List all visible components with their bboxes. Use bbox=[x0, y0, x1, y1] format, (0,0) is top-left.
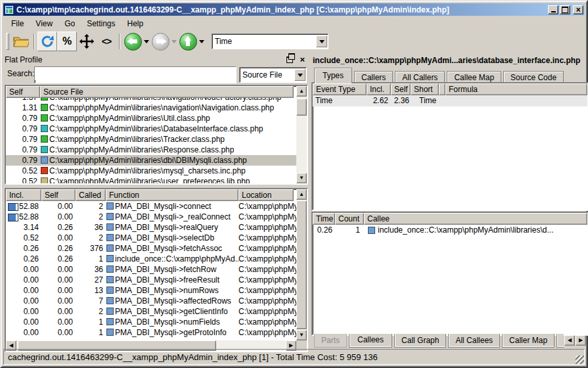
tabs-scroll-right-button[interactable]: ▶ bbox=[576, 335, 586, 346]
scroll-down-button[interactable]: ▼ bbox=[296, 173, 307, 183]
callee-row[interactable]: 0.261include_once::C:\xampp\phpMyAdmin\l… bbox=[313, 225, 587, 236]
combo-drop-button[interactable] bbox=[294, 69, 305, 81]
function-row[interactable]: 52.880.002PMA_DBI_Mysqli->_realConnectC:… bbox=[6, 212, 296, 222]
location-value: C:\xampp\phpMy bbox=[238, 317, 296, 327]
back-dropdown-button[interactable] bbox=[143, 32, 150, 51]
column-header-source-file[interactable]: Source File bbox=[40, 86, 294, 98]
menu-settings[interactable]: Settings bbox=[81, 18, 121, 30]
function-row[interactable]: 0.260.261include_once::C:\xampp\phpMyAd.… bbox=[6, 254, 296, 264]
function-row[interactable]: 0.000.002PMA_DBI_Mysqli->getClientInfoC:… bbox=[6, 306, 296, 317]
tab-types[interactable]: Types bbox=[314, 68, 352, 83]
function-row[interactable]: 0.520.002PMA_DBI_Mysqli->selectDbC:\xamp… bbox=[6, 233, 296, 243]
forward-dropdown-button[interactable] bbox=[170, 32, 178, 51]
tab-call-graph[interactable]: Call Graph bbox=[394, 334, 446, 348]
column-header-self[interactable]: Self bbox=[6, 86, 40, 98]
minimize-icon bbox=[551, 11, 556, 12]
status-bar: cachegrind.out.1416463299-C__xampp_phpMy… bbox=[3, 349, 585, 365]
tab-callees[interactable]: Callees bbox=[349, 334, 392, 348]
event-type-combobox[interactable]: Time bbox=[212, 34, 328, 49]
tab-machine[interactable]: Machine bbox=[556, 334, 564, 348]
scrollbar-thumb[interactable] bbox=[296, 200, 307, 329]
maximize-icon bbox=[562, 7, 568, 13]
column-header-event-type[interactable]: Event Type bbox=[313, 83, 367, 95]
scroll-up-button[interactable]: ▲ bbox=[296, 189, 307, 200]
source-file-row[interactable]: 1.31C:\xampp\phpMyAdmin\libraries\naviga… bbox=[6, 103, 296, 113]
source-file-row[interactable]: 0.79C:\xampp\phpMyAdmin\libraries\Databa… bbox=[6, 124, 296, 134]
source-file-path: C:\xampp\phpMyAdmin\libraries\navigation… bbox=[49, 103, 274, 113]
function-row[interactable]: 0.000.0027PMA_DBI_Mysqli->freeResultC:\x… bbox=[6, 275, 296, 285]
column-header-formula[interactable]: Formula bbox=[445, 83, 587, 95]
function-row[interactable]: 0.000.001PMA_DBI_Mysqli->numFieldsC:\xam… bbox=[6, 317, 296, 327]
forward-button[interactable] bbox=[150, 32, 170, 51]
pan-button[interactable] bbox=[77, 32, 97, 51]
menu-file[interactable]: File bbox=[5, 18, 30, 30]
event-types-table: Event Type Incl. Self Short Formula Time… bbox=[311, 82, 588, 211]
vertical-scrollbar[interactable]: ▲ ▼ bbox=[296, 189, 307, 340]
source-file-row[interactable]: 0.52C:\xampp\phpMyAdmin\libraries\mysql_… bbox=[6, 166, 296, 176]
column-header-incl[interactable]: Incl. bbox=[367, 83, 391, 95]
search-label: Search: bbox=[7, 69, 34, 78]
scrollbar-thumb[interactable] bbox=[296, 99, 307, 116]
toolbar-handle[interactable] bbox=[6, 33, 9, 50]
tab-all-callees[interactable]: All Callees bbox=[448, 334, 500, 348]
group-by-combobox[interactable]: Source File bbox=[239, 67, 307, 83]
back-button[interactable] bbox=[123, 32, 143, 51]
function-row[interactable]: 3.140.2636PMA_DBI_Mysqli->realQueryC:\xa… bbox=[6, 222, 296, 233]
up-dropdown-button[interactable] bbox=[198, 32, 206, 51]
column-header-short[interactable]: Short bbox=[411, 83, 439, 95]
function-row[interactable]: 0.000.0036PMA_DBI_Mysqli->fetchRowC:\xam… bbox=[6, 264, 296, 275]
source-file-row[interactable]: 1.37C:\xampp\phpMyAdmin\libraries\naviga… bbox=[6, 98, 296, 103]
dock-close-button[interactable]: × bbox=[298, 57, 306, 63]
location-value: C:\xampp\phpMy bbox=[238, 233, 296, 243]
column-header-blank[interactable] bbox=[439, 83, 445, 95]
event-type-row[interactable]: Time2.622.36Time bbox=[313, 95, 587, 106]
source-file-row[interactable]: 0.79C:\xampp\phpMyAdmin\libraries\Util.c… bbox=[6, 113, 296, 124]
vertical-scrollbar[interactable]: ▲ ▼ bbox=[296, 86, 307, 183]
function-row[interactable]: 0.000.001PMA_DBI_Mysqli->getProtoInfoC:\… bbox=[6, 327, 296, 338]
relative-cost-button[interactable]: <> bbox=[97, 32, 116, 51]
source-file-row[interactable]: 0.52C:\xampp\phpMyAdmin\libraries\user_p… bbox=[6, 176, 296, 183]
tabs-scroll-left-button[interactable]: ◀ bbox=[564, 335, 575, 346]
open-button[interactable] bbox=[11, 32, 31, 51]
window-title: C:\xampp\tmp\cachegrind.out.1416463299-C… bbox=[14, 5, 547, 14]
column-header-count[interactable]: Count bbox=[335, 213, 364, 225]
column-header-called[interactable]: Called bbox=[76, 189, 106, 201]
resize-grip[interactable] bbox=[576, 356, 584, 364]
column-header-incl[interactable]: Incl. bbox=[6, 189, 41, 201]
scroll-down-button[interactable]: ▼ bbox=[296, 330, 307, 340]
flat-profile-dock-header[interactable]: Flat Profile × bbox=[5, 54, 306, 65]
tab-caller-map[interactable]: Caller Map bbox=[502, 334, 554, 348]
source-file-row[interactable]: 0.79C:\xampp\phpMyAdmin\libraries\Tracke… bbox=[6, 134, 296, 145]
tab-parts[interactable]: Parts bbox=[314, 334, 347, 348]
column-header-callee[interactable]: Callee bbox=[364, 213, 587, 225]
reload-button[interactable] bbox=[37, 32, 57, 51]
up-button[interactable] bbox=[178, 32, 198, 51]
menu-go[interactable]: Go bbox=[58, 18, 81, 30]
scroll-up-button[interactable]: ▲ bbox=[296, 86, 307, 97]
source-file-row[interactable]: 0.79C:\xampp\phpMyAdmin\libraries\dbi\DB… bbox=[6, 155, 296, 166]
search-input[interactable] bbox=[35, 67, 236, 80]
percent-button[interactable]: % bbox=[57, 32, 77, 51]
incl-number: 0.00 bbox=[24, 317, 39, 327]
minimize-button[interactable] bbox=[548, 5, 558, 14]
column-header-self[interactable]: Self bbox=[41, 189, 76, 201]
dock-float-icon[interactable] bbox=[286, 57, 293, 63]
toolbar-separator bbox=[34, 34, 35, 49]
menu-view[interactable]: View bbox=[30, 18, 58, 30]
column-header-location[interactable]: Location bbox=[238, 189, 294, 201]
function-row[interactable]: 0.000.007PMA_DBI_Mysqli->affectedRowsC:\… bbox=[6, 296, 296, 306]
function-row[interactable]: 52.880.002PMA_DBI_Mysqli->connectC:\xamp… bbox=[6, 201, 296, 212]
function-row[interactable]: 0.260.26376PMA_DBI_Mysqli->fetchAssocC:\… bbox=[6, 243, 296, 254]
maximize-button[interactable] bbox=[560, 5, 570, 14]
menu-help[interactable]: Help bbox=[122, 18, 150, 30]
column-header-time[interactable]: Time bbox=[313, 213, 335, 225]
column-header-self[interactable]: Self bbox=[391, 83, 411, 95]
location-value: C:\xampp\phpMy bbox=[238, 275, 296, 285]
titlebar[interactable]: C:\xampp\tmp\cachegrind.out.1416463299-C… bbox=[3, 3, 585, 16]
function-row[interactable]: 0.000.0013PMA_DBI_Mysqli->numRowsC:\xamp… bbox=[6, 285, 296, 296]
source-file-row[interactable]: 0.79C:\xampp\phpMyAdmin\libraries\Respon… bbox=[6, 145, 296, 155]
combo-drop-button[interactable] bbox=[316, 35, 327, 47]
close-button[interactable]: × bbox=[573, 5, 583, 14]
column-header-function[interactable]: Function bbox=[106, 189, 238, 201]
incl-value: 52.88 bbox=[6, 212, 41, 222]
